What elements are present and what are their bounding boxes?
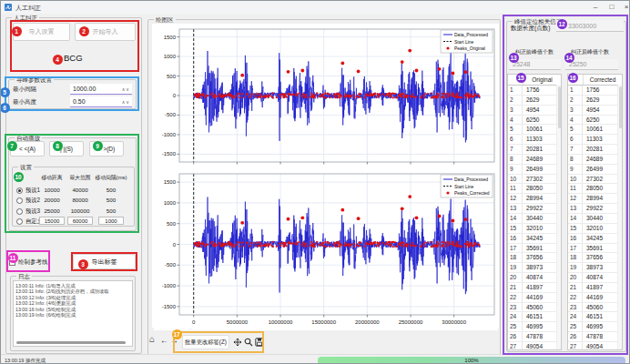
plot-top-svg[interactable]: -1500-1000-500050010001500Data_Processed… bbox=[154, 25, 498, 167]
table-row[interactable]: 22629 bbox=[508, 96, 561, 106]
min-interval-spinbox[interactable]: 1000.00 ∧∨ bbox=[70, 84, 132, 95]
preset-radio[interactable] bbox=[16, 187, 23, 194]
table-row[interactable]: 1532010 bbox=[568, 224, 622, 234]
maximize-icon[interactable]: □ bbox=[605, 2, 618, 13]
table-row[interactable]: 11756 bbox=[568, 86, 622, 96]
table-row[interactable]: 2244169 bbox=[568, 293, 622, 303]
close-icon[interactable]: × bbox=[620, 2, 630, 13]
spin-down-icon[interactable]: ∨ bbox=[126, 99, 130, 105]
min-height-spinbox[interactable]: 0.50 ∧∨ bbox=[70, 96, 132, 107]
spin-down-icon[interactable]: ∨ bbox=[126, 86, 130, 92]
table-row[interactable]: 926499 bbox=[508, 165, 561, 175]
plot-bottom-container[interactable]: -1500-1000-50005001000150005000000100000… bbox=[154, 170, 498, 334]
table-row[interactable]: 824689 bbox=[568, 155, 622, 165]
preset-radio[interactable] bbox=[16, 218, 23, 225]
row-value: 41897 bbox=[583, 283, 622, 292]
table-row[interactable]: 1228994 bbox=[568, 194, 622, 204]
table-row[interactable]: 1735691 bbox=[568, 244, 622, 254]
back-icon[interactable]: ← bbox=[160, 336, 168, 345]
original-table-scrollbar[interactable] bbox=[556, 85, 561, 349]
table-row[interactable]: 46250 bbox=[568, 116, 622, 126]
table-row[interactable]: 2040874 bbox=[568, 273, 622, 283]
corrected-table[interactable]: Corrected 117562262934954462505100616113… bbox=[567, 74, 623, 350]
table-row[interactable]: 720281 bbox=[508, 145, 561, 155]
table-row[interactable]: 1228994 bbox=[508, 194, 561, 204]
draw-reference-checkbox[interactable] bbox=[9, 259, 15, 266]
table-row[interactable]: 2244169 bbox=[508, 293, 561, 303]
table-row[interactable]: 510061 bbox=[568, 125, 622, 135]
table-row[interactable]: 1128050 bbox=[508, 184, 561, 194]
log-group-title: 日志 bbox=[16, 272, 32, 280]
table-row[interactable]: 2446151 bbox=[508, 312, 561, 322]
table-row[interactable]: 2141897 bbox=[508, 283, 561, 293]
table-row[interactable]: 1430440 bbox=[568, 214, 622, 224]
log-horizontal-scrollbar[interactable] bbox=[16, 341, 126, 344]
table-row[interactable]: 2040874 bbox=[508, 273, 561, 283]
table-row[interactable]: 22629 bbox=[568, 96, 622, 106]
table-row[interactable]: 1735691 bbox=[508, 244, 561, 254]
table-row[interactable]: 2749054 bbox=[568, 342, 622, 350]
forward-icon[interactable]: → bbox=[170, 336, 178, 345]
table-row[interactable]: 1027302 bbox=[508, 175, 561, 185]
corrected-table-scrollbar[interactable] bbox=[617, 85, 622, 349]
table-row[interactable]: 1430440 bbox=[508, 214, 561, 224]
table-row[interactable]: 2446151 bbox=[568, 312, 622, 322]
table-row[interactable]: 1634245 bbox=[508, 234, 561, 244]
original-table[interactable]: Original 1175622629349544625051006161130… bbox=[507, 74, 562, 350]
preset-radio[interactable] bbox=[16, 197, 23, 204]
table-row[interactable]: 2647878 bbox=[508, 332, 561, 342]
table-row[interactable]: 2647878 bbox=[568, 332, 622, 342]
export-labels-button[interactable]: 导出标签 bbox=[73, 254, 136, 269]
table-row[interactable]: 1027302 bbox=[568, 175, 622, 185]
custom-value-input[interactable]: 1000 bbox=[98, 217, 124, 225]
table-row[interactable]: 1938973 bbox=[508, 263, 561, 273]
before-count-value: 25248 bbox=[509, 61, 530, 67]
plot-bottom-svg[interactable]: -1500-1000-50005001000150005000000100000… bbox=[154, 170, 498, 330]
table-row[interactable]: 1329922 bbox=[568, 204, 622, 214]
row-index: 9 bbox=[508, 165, 523, 174]
table-row[interactable]: 1837656 bbox=[508, 253, 561, 263]
table-row[interactable]: 1837656 bbox=[568, 253, 622, 263]
table-row[interactable]: 2345060 bbox=[508, 303, 561, 313]
table-row[interactable]: 2546995 bbox=[508, 322, 561, 332]
table-row[interactable]: 1532010 bbox=[508, 224, 561, 234]
pan-icon[interactable] bbox=[233, 338, 242, 347]
custom-value-input[interactable]: 15000 bbox=[39, 217, 65, 225]
zoom-icon[interactable] bbox=[244, 338, 253, 347]
batch-edit-button[interactable]: 批量更改标签(Z) bbox=[182, 335, 229, 349]
table-row[interactable]: 34954 bbox=[568, 106, 622, 116]
table-row[interactable]: 46250 bbox=[508, 116, 561, 126]
plot-top-container[interactable]: -1500-1000-500050010001500Data_Processed… bbox=[154, 25, 498, 170]
table-row[interactable]: 611303 bbox=[568, 135, 622, 145]
table-row[interactable]: 2345060 bbox=[568, 303, 622, 313]
table-row[interactable]: 1128050 bbox=[568, 184, 622, 194]
table-row[interactable]: 510061 bbox=[508, 125, 561, 135]
table-row[interactable]: 2546995 bbox=[568, 322, 622, 332]
table-row[interactable]: 11756 bbox=[508, 86, 561, 96]
table-row[interactable]: 926499 bbox=[568, 165, 622, 175]
save-icon[interactable] bbox=[255, 338, 264, 347]
table-row[interactable]: 1938973 bbox=[568, 263, 622, 273]
autoplay-back-button[interactable]: < <(A) bbox=[10, 141, 45, 157]
preset-value: 40000 bbox=[65, 187, 96, 193]
table-row[interactable]: 1329922 bbox=[508, 204, 561, 214]
home-icon[interactable]: ⌂ bbox=[149, 334, 155, 344]
start-import-button[interactable]: 开始导入 bbox=[75, 23, 136, 41]
table-row[interactable]: 34954 bbox=[508, 106, 561, 116]
table-row[interactable]: 720281 bbox=[568, 145, 622, 155]
row-index: 10 bbox=[508, 175, 523, 184]
preset-radio[interactable] bbox=[16, 208, 23, 215]
import-settings-button[interactable]: 导入设置 bbox=[13, 23, 70, 41]
autoplay-forward-button[interactable]: > >(D) bbox=[89, 141, 124, 157]
table-row[interactable]: 1634245 bbox=[568, 234, 622, 244]
custom-value-input[interactable]: 60000 bbox=[67, 217, 93, 225]
autoplay-pause-button[interactable]: | |(S) bbox=[49, 141, 84, 157]
table-row[interactable]: 2749054 bbox=[508, 342, 561, 350]
preset-value: 20000 bbox=[36, 197, 67, 203]
log-area[interactable]: 13:00:11 Info: (1/6)导入完成13:00:11 Info: (… bbox=[13, 280, 133, 347]
row-index: 18 bbox=[568, 253, 583, 262]
minimize-icon[interactable]: – bbox=[589, 2, 602, 13]
table-row[interactable]: 611303 bbox=[508, 135, 561, 145]
table-row[interactable]: 824689 bbox=[508, 155, 561, 165]
table-row[interactable]: 2141897 bbox=[568, 283, 622, 293]
